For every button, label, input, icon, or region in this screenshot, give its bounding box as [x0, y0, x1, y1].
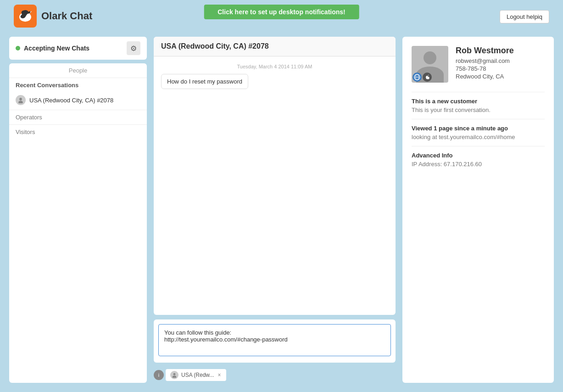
visitor-details: Rob Westmore robwest@gmail.com 758-785-7… [456, 46, 545, 83]
tab-info-button[interactable]: i [154, 370, 164, 380]
svg-point-5 [18, 101, 23, 103]
advanced-info-section: Advanced Info IP Address: 67.170.216.60 [412, 146, 545, 168]
logout-button[interactable]: Logout helpiq [500, 10, 549, 23]
globe-badge-icon [412, 73, 422, 82]
apple-badge-icon [423, 73, 432, 82]
chat-panel: USA (Redwood City, CA) #2078 Tuesday, Ma… [154, 37, 396, 315]
viewed-pages-text: looking at test.youremailco.com/#home [412, 134, 545, 140]
people-panel: People Recent Conversations USA (Redwood… [9, 63, 147, 383]
header: Olark Chat [14, 5, 92, 28]
apple-icon [424, 74, 430, 80]
visitor-phone: 758-785-78 [456, 65, 545, 72]
conv-name: USA (Redwood City, CA) #2078 [29, 97, 113, 104]
notification-bar[interactable]: Click here to set up desktop notificatio… [204, 5, 359, 19]
viewed-pages-title: Viewed 1 page since a minute ago [412, 125, 545, 132]
operators-label: Operators [9, 110, 147, 123]
visitor-panel: Rob Westmore robwest@gmail.com 758-785-7… [402, 37, 554, 383]
app-logo [14, 5, 37, 28]
visitor-email: robwest@gmail.com [456, 57, 545, 64]
tab-close-button[interactable]: × [217, 372, 222, 378]
chat-area: USA (Redwood City, CA) #2078 Tuesday, Ma… [154, 37, 396, 383]
tab-avatar [170, 371, 178, 379]
advanced-info-title: Advanced Info [412, 152, 545, 159]
chat-input-area [154, 319, 396, 363]
visitor-name: Rob Westmore [456, 46, 545, 56]
ip-address: IP Address: 67.170.216.60 [412, 161, 545, 168]
viewed-pages-section: Viewed 1 page since a minute ago looking… [412, 119, 545, 140]
new-customer-title: This is a new customer [412, 98, 545, 105]
status-dot [16, 46, 20, 50]
accepting-chats-left: Accepting New Chats [16, 45, 89, 52]
svg-point-7 [173, 375, 176, 378]
tab-label: USA (Redw... [181, 372, 214, 378]
logo-icon [17, 8, 33, 24]
accepting-chats-bar: Accepting New Chats ⚙ [9, 37, 147, 60]
chat-messages: Tuesday, March 4 2014 11:09 AM How do I … [154, 56, 396, 315]
sidebar: Accepting New Chats ⚙ People Recent Conv… [9, 37, 147, 383]
recent-conversations-label: Recent Conversations [9, 78, 147, 92]
conv-avatar [16, 95, 26, 105]
svg-point-6 [173, 373, 176, 375]
message-timestamp: Tuesday, March 4 2014 11:09 AM [161, 64, 388, 69]
message-bubble: How do I reset my password [161, 74, 248, 89]
conversation-item[interactable]: USA (Redwood City, CA) #2078 [9, 92, 147, 108]
visitor-avatar-container [412, 46, 448, 83]
chat-title: USA (Redwood City, CA) #2078 [161, 42, 269, 50]
people-header: People [9, 63, 147, 78]
visitors-label: Visitors [9, 124, 147, 137]
chat-header: USA (Redwood City, CA) #2078 [154, 37, 396, 56]
main-layout: Accepting New Chats ⚙ People Recent Conv… [9, 37, 554, 383]
visitor-info-header: Rob Westmore robwest@gmail.com 758-785-7… [412, 46, 545, 83]
globe-icon [414, 74, 420, 80]
new-customer-text: This is your first conversation. [412, 106, 545, 113]
person-icon [17, 97, 24, 103]
accepting-label: Accepting New Chats [24, 45, 89, 52]
visitor-location: Redwood City, CA [456, 73, 545, 80]
svg-point-4 [19, 98, 22, 101]
tab-item[interactable]: USA (Redw... × [166, 369, 226, 381]
settings-button[interactable]: ⚙ [127, 41, 140, 55]
chat-input[interactable] [158, 324, 391, 356]
app-title: Olark Chat [41, 10, 92, 22]
bottom-tabs: i USA (Redw... × [154, 367, 396, 383]
new-customer-section: This is a new customer This is your firs… [412, 92, 545, 113]
tab-person-icon [172, 372, 177, 378]
avatar-badges [412, 73, 432, 82]
